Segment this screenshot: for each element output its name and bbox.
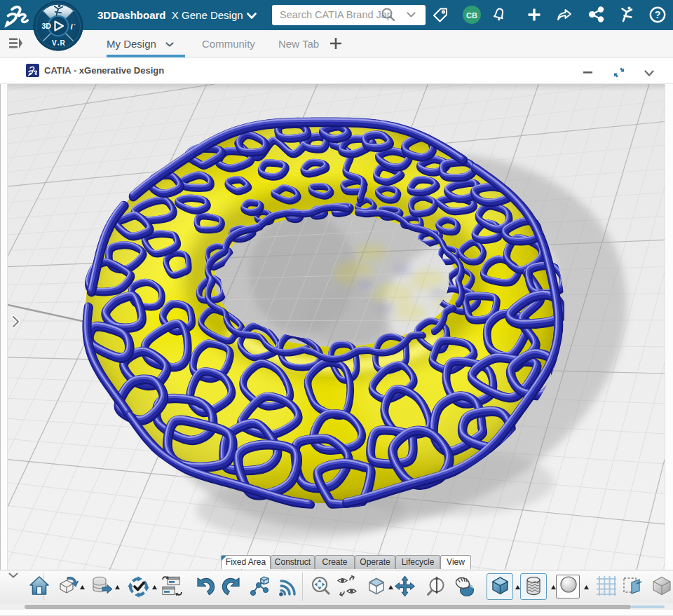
svg-text:CB: CB bbox=[466, 11, 477, 20]
svg-text:R: R bbox=[60, 39, 66, 47]
svg-text:3D: 3D bbox=[42, 22, 52, 30]
svg-text:V: V bbox=[52, 39, 57, 47]
svg-text:?: ? bbox=[655, 9, 661, 20]
